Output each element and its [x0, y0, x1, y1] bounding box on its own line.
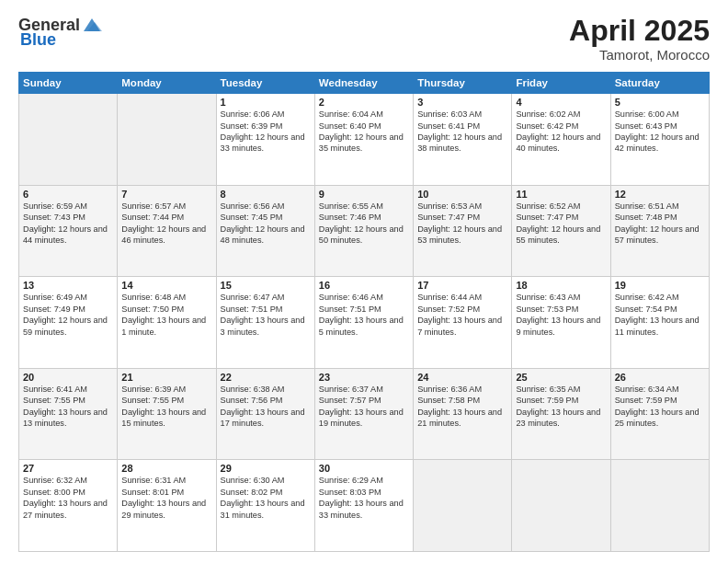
day-number: 8	[221, 189, 311, 200]
day-number: 2	[319, 97, 409, 108]
day-info: Sunrise: 6:46 AM Sunset: 7:51 PM Dayligh…	[319, 292, 409, 338]
calendar-cell: 9Sunrise: 6:55 AM Sunset: 7:46 PM Daylig…	[314, 185, 413, 277]
day-info: Sunrise: 6:02 AM Sunset: 6:42 PM Dayligh…	[516, 109, 606, 155]
day-info: Sunrise: 6:30 AM Sunset: 8:02 PM Dayligh…	[221, 475, 311, 521]
day-info: Sunrise: 6:43 AM Sunset: 7:53 PM Dayligh…	[516, 292, 606, 338]
day-number: 24	[417, 372, 507, 383]
calendar-cell	[118, 94, 216, 186]
calendar-cell	[512, 460, 610, 552]
logo-icon	[82, 15, 102, 35]
day-number: 29	[221, 463, 311, 474]
day-info: Sunrise: 6:29 AM Sunset: 8:03 PM Dayligh…	[319, 475, 409, 521]
day-number: 11	[516, 189, 606, 200]
page: General Blue April 2025 Tamorot, Morocco…	[0, 0, 728, 563]
day-number: 17	[417, 280, 507, 291]
day-number: 7	[121, 189, 211, 200]
day-number: 22	[221, 372, 311, 383]
day-number: 15	[221, 280, 311, 291]
title-block: April 2025 Tamorot, Morocco	[569, 15, 710, 63]
day-info: Sunrise: 6:35 AM Sunset: 7:59 PM Dayligh…	[516, 384, 606, 430]
calendar-cell: 15Sunrise: 6:47 AM Sunset: 7:51 PM Dayli…	[216, 277, 314, 369]
week-row-2: 6Sunrise: 6:59 AM Sunset: 7:43 PM Daylig…	[19, 185, 710, 277]
day-info: Sunrise: 6:00 AM Sunset: 6:43 PM Dayligh…	[615, 109, 705, 155]
day-info: Sunrise: 6:37 AM Sunset: 7:57 PM Dayligh…	[319, 384, 409, 430]
day-info: Sunrise: 6:04 AM Sunset: 6:40 PM Dayligh…	[319, 109, 409, 155]
calendar-cell: 27Sunrise: 6:32 AM Sunset: 8:00 PM Dayli…	[19, 460, 118, 552]
day-info: Sunrise: 6:36 AM Sunset: 7:58 PM Dayligh…	[417, 384, 507, 430]
day-info: Sunrise: 6:03 AM Sunset: 6:41 PM Dayligh…	[417, 109, 507, 155]
day-number: 5	[615, 97, 705, 108]
weekday-header-wednesday: Wednesday	[314, 73, 413, 94]
calendar-cell: 13Sunrise: 6:49 AM Sunset: 7:49 PM Dayli…	[19, 277, 118, 369]
week-row-3: 13Sunrise: 6:49 AM Sunset: 7:49 PM Dayli…	[19, 277, 710, 369]
day-info: Sunrise: 6:42 AM Sunset: 7:54 PM Dayligh…	[615, 292, 705, 338]
calendar-cell: 18Sunrise: 6:43 AM Sunset: 7:53 PM Dayli…	[512, 277, 610, 369]
calendar-cell: 4Sunrise: 6:02 AM Sunset: 6:42 PM Daylig…	[512, 94, 610, 186]
day-info: Sunrise: 6:31 AM Sunset: 8:01 PM Dayligh…	[121, 475, 211, 521]
location-title: Tamorot, Morocco	[569, 47, 710, 63]
day-number: 19	[615, 280, 705, 291]
day-info: Sunrise: 6:34 AM Sunset: 7:59 PM Dayligh…	[615, 384, 705, 430]
calendar-cell: 23Sunrise: 6:37 AM Sunset: 7:57 PM Dayli…	[314, 368, 413, 460]
day-number: 18	[516, 280, 606, 291]
day-number: 30	[319, 463, 409, 474]
day-info: Sunrise: 6:06 AM Sunset: 6:39 PM Dayligh…	[221, 109, 311, 155]
calendar-cell: 12Sunrise: 6:51 AM Sunset: 7:48 PM Dayli…	[610, 185, 709, 277]
day-info: Sunrise: 6:53 AM Sunset: 7:47 PM Dayligh…	[417, 201, 507, 247]
day-number: 1	[221, 97, 311, 108]
calendar-cell: 14Sunrise: 6:48 AM Sunset: 7:50 PM Dayli…	[118, 277, 216, 369]
day-number: 9	[319, 189, 409, 200]
calendar-cell: 1Sunrise: 6:06 AM Sunset: 6:39 PM Daylig…	[216, 94, 314, 186]
day-number: 12	[615, 189, 705, 200]
calendar-cell: 21Sunrise: 6:39 AM Sunset: 7:55 PM Dayli…	[118, 368, 216, 460]
calendar-cell: 29Sunrise: 6:30 AM Sunset: 8:02 PM Dayli…	[216, 460, 314, 552]
calendar-cell: 25Sunrise: 6:35 AM Sunset: 7:59 PM Dayli…	[512, 368, 610, 460]
day-info: Sunrise: 6:52 AM Sunset: 7:47 PM Dayligh…	[516, 201, 606, 247]
day-number: 3	[417, 97, 507, 108]
day-info: Sunrise: 6:48 AM Sunset: 7:50 PM Dayligh…	[121, 292, 211, 338]
calendar-cell: 20Sunrise: 6:41 AM Sunset: 7:55 PM Dayli…	[19, 368, 118, 460]
day-info: Sunrise: 6:56 AM Sunset: 7:45 PM Dayligh…	[221, 201, 311, 247]
day-number: 16	[319, 280, 409, 291]
day-number: 6	[23, 189, 113, 200]
day-number: 23	[319, 372, 409, 383]
day-number: 10	[417, 189, 507, 200]
weekday-header-saturday: Saturday	[610, 73, 709, 94]
calendar-cell	[19, 94, 118, 186]
day-info: Sunrise: 6:49 AM Sunset: 7:49 PM Dayligh…	[23, 292, 113, 338]
calendar-cell: 11Sunrise: 6:52 AM Sunset: 7:47 PM Dayli…	[512, 185, 610, 277]
calendar-cell	[414, 460, 512, 552]
weekday-header-thursday: Thursday	[414, 73, 512, 94]
day-info: Sunrise: 6:59 AM Sunset: 7:43 PM Dayligh…	[23, 201, 113, 247]
weekday-header-monday: Monday	[118, 73, 216, 94]
header: General Blue April 2025 Tamorot, Morocco	[18, 15, 710, 63]
day-info: Sunrise: 6:51 AM Sunset: 7:48 PM Dayligh…	[615, 201, 705, 247]
calendar-cell: 16Sunrise: 6:46 AM Sunset: 7:51 PM Dayli…	[314, 277, 413, 369]
calendar-cell	[610, 460, 709, 552]
day-info: Sunrise: 6:38 AM Sunset: 7:56 PM Dayligh…	[221, 384, 311, 430]
day-info: Sunrise: 6:57 AM Sunset: 7:44 PM Dayligh…	[121, 201, 211, 247]
calendar-table: SundayMondayTuesdayWednesdayThursdayFrid…	[18, 72, 710, 552]
day-number: 26	[615, 372, 705, 383]
calendar-cell: 17Sunrise: 6:44 AM Sunset: 7:52 PM Dayli…	[414, 277, 512, 369]
calendar-cell: 22Sunrise: 6:38 AM Sunset: 7:56 PM Dayli…	[216, 368, 314, 460]
weekday-header-row: SundayMondayTuesdayWednesdayThursdayFrid…	[19, 73, 710, 94]
logo-blue-text: Blue	[20, 31, 56, 48]
calendar-cell: 30Sunrise: 6:29 AM Sunset: 8:03 PM Dayli…	[314, 460, 413, 552]
calendar-cell: 8Sunrise: 6:56 AM Sunset: 7:45 PM Daylig…	[216, 185, 314, 277]
day-info: Sunrise: 6:55 AM Sunset: 7:46 PM Dayligh…	[319, 201, 409, 247]
day-number: 13	[23, 280, 113, 291]
week-row-4: 20Sunrise: 6:41 AM Sunset: 7:55 PM Dayli…	[19, 368, 710, 460]
weekday-header-friday: Friday	[512, 73, 610, 94]
weekday-header-sunday: Sunday	[19, 73, 118, 94]
calendar-cell: 24Sunrise: 6:36 AM Sunset: 7:58 PM Dayli…	[414, 368, 512, 460]
calendar-cell: 6Sunrise: 6:59 AM Sunset: 7:43 PM Daylig…	[19, 185, 118, 277]
day-info: Sunrise: 6:47 AM Sunset: 7:51 PM Dayligh…	[221, 292, 311, 338]
day-info: Sunrise: 6:41 AM Sunset: 7:55 PM Dayligh…	[23, 384, 113, 430]
calendar-cell: 7Sunrise: 6:57 AM Sunset: 7:44 PM Daylig…	[118, 185, 216, 277]
day-number: 20	[23, 372, 113, 383]
day-info: Sunrise: 6:32 AM Sunset: 8:00 PM Dayligh…	[23, 475, 113, 521]
week-row-5: 27Sunrise: 6:32 AM Sunset: 8:00 PM Dayli…	[19, 460, 710, 552]
day-number: 14	[121, 280, 211, 291]
day-number: 4	[516, 97, 606, 108]
